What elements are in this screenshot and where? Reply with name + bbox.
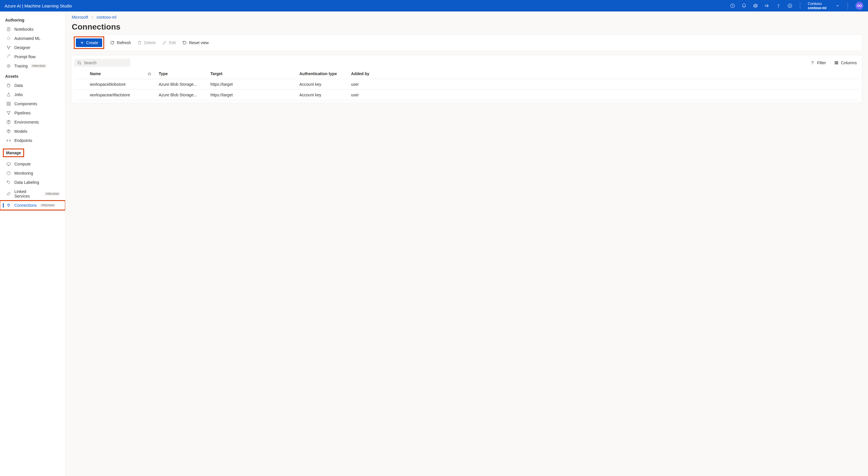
bell-icon[interactable]: [741, 3, 747, 8]
notebook-icon: [6, 27, 11, 32]
tag-icon: [6, 180, 11, 185]
svg-point-25: [78, 61, 81, 64]
svg-point-2: [778, 7, 779, 7]
sidebar-item-label: Components: [14, 102, 37, 106]
svg-rect-14: [9, 102, 10, 104]
svg-point-20: [7, 140, 8, 141]
svg-point-10: [8, 65, 9, 67]
sidebar-item-label: Notebooks: [14, 27, 34, 32]
sidebar-item-designer[interactable]: Designer: [0, 43, 65, 52]
svg-rect-13: [7, 102, 8, 104]
gear-icon[interactable]: [753, 3, 758, 8]
sidebar-item-linkedservices[interactable]: Linked Services PREVIEW: [0, 187, 65, 201]
svg-rect-16: [9, 104, 10, 105]
svg-point-9: [8, 48, 9, 49]
components-icon: [6, 102, 11, 106]
sidebar-item-connections[interactable]: Connections PREVIEW: [0, 201, 65, 210]
cell-type: Azure Blob Storage...: [159, 82, 210, 87]
chevron-right-icon: [91, 16, 94, 19]
table-row[interactable]: workspaceartifactstore Azure Blob Storag…: [74, 90, 859, 100]
plus-icon: [80, 40, 84, 45]
sidebar-item-label: Tracing: [14, 64, 28, 68]
sidebar-item-monitoring[interactable]: Monitoring: [0, 169, 65, 178]
designer-icon: [6, 45, 11, 50]
table-header: Name Type Target Authentication type Add…: [74, 69, 859, 79]
org-name: Contoso: [808, 1, 826, 6]
sidebar-item-automl[interactable]: Automated ML: [0, 34, 65, 43]
cell-target: https://target: [210, 82, 299, 87]
sidebar-item-environments[interactable]: Environments: [0, 117, 65, 127]
org-switcher[interactable]: Contoso contoso-ml: [808, 1, 826, 10]
sidebar-item-compute[interactable]: Compute: [0, 160, 65, 169]
svg-point-4: [789, 5, 789, 5]
app-title: Azure AI | Machine Learning Studio: [5, 3, 72, 8]
search-input[interactable]: [84, 61, 127, 65]
sidebar-item-notebooks[interactable]: Notebooks: [0, 25, 65, 34]
columns-button[interactable]: Columns: [834, 59, 857, 66]
clock-icon[interactable]: [730, 3, 735, 8]
sidebar-section-assets: Assets: [0, 71, 65, 81]
automl-icon: [6, 36, 11, 41]
main-content: Microsoft contoso-ml Connections Create …: [65, 11, 868, 476]
sidebar-item-models[interactable]: Models: [0, 127, 65, 136]
breadcrumb: Microsoft contoso-ml: [71, 15, 862, 20]
search-wrap[interactable]: [74, 59, 130, 67]
pipelines-icon: [6, 111, 11, 115]
col-name[interactable]: Name: [90, 71, 147, 76]
cell-target: https://target: [210, 93, 299, 97]
sidebar-item-jobs[interactable]: Jobs: [0, 90, 65, 99]
svg-rect-22: [7, 163, 10, 165]
promptflow-icon: [6, 55, 11, 59]
megaphone-icon[interactable]: [764, 3, 770, 8]
pencil-icon: [162, 40, 167, 45]
reset-view-button[interactable]: Reset view: [182, 39, 209, 46]
create-button[interactable]: Create: [76, 38, 102, 47]
svg-point-17: [7, 111, 8, 112]
refresh-button[interactable]: Refresh: [110, 39, 131, 46]
edit-label: Edit: [169, 40, 176, 45]
cell-auth: Account key: [299, 82, 351, 87]
sidebar-item-label: Data: [14, 83, 23, 88]
cell-auth: Account key: [299, 93, 351, 97]
cell-type: Azure Blob Storage...: [159, 93, 210, 97]
star-icon[interactable]: [147, 72, 159, 76]
col-auth[interactable]: Authentication type: [299, 71, 351, 76]
sidebar-item-data[interactable]: Data: [0, 81, 65, 90]
col-type[interactable]: Type: [159, 71, 210, 76]
breadcrumb-root[interactable]: Microsoft: [72, 15, 88, 20]
sidebar-item-endpoints[interactable]: Endpoints: [0, 136, 65, 145]
reset-icon: [182, 40, 187, 45]
sidebar-item-datalabeling[interactable]: Data Labeling: [0, 178, 65, 187]
tracing-icon: [6, 64, 11, 68]
endpoints-icon: [6, 138, 11, 143]
smile-icon[interactable]: [787, 3, 793, 8]
sidebar-item-pipelines[interactable]: Pipelines: [0, 108, 65, 117]
avatar[interactable]: OO: [856, 2, 863, 10]
svg-rect-28: [837, 61, 838, 64]
reset-label: Reset view: [189, 40, 209, 45]
delete-button[interactable]: Delete: [136, 39, 156, 46]
breadcrumb-child[interactable]: contoso-ml: [97, 15, 116, 20]
data-icon: [6, 83, 11, 88]
monitoring-icon: [6, 171, 11, 175]
sidebar-item-label: Connections: [14, 203, 37, 208]
sidebar-item-components[interactable]: Components: [0, 99, 65, 108]
col-added[interactable]: Added by: [351, 71, 858, 76]
svg-point-7: [7, 46, 8, 47]
table-row[interactable]: workspaceblobstore Azure Blob Storage...…: [74, 79, 859, 90]
svg-point-8: [9, 46, 10, 47]
sidebar-item-promptflow[interactable]: Prompt flow: [0, 52, 65, 61]
help-icon[interactable]: [776, 3, 781, 8]
chevron-down-icon[interactable]: [835, 3, 840, 8]
sidebar-item-label: Compute: [14, 162, 31, 166]
filter-button[interactable]: Filter: [810, 59, 827, 66]
sidebar-item-label: Pipelines: [14, 111, 31, 115]
sidebar-item-tracing[interactable]: Tracing PREVIEW: [0, 61, 65, 71]
filter-icon: [810, 61, 815, 65]
sidebar-item-label: Models: [14, 129, 27, 134]
svg-point-19: [8, 114, 9, 115]
col-target[interactable]: Target: [210, 71, 299, 76]
sidebar-section-manage: Manage: [0, 145, 29, 160]
svg-point-18: [9, 111, 10, 112]
edit-button[interactable]: Edit: [162, 39, 177, 46]
